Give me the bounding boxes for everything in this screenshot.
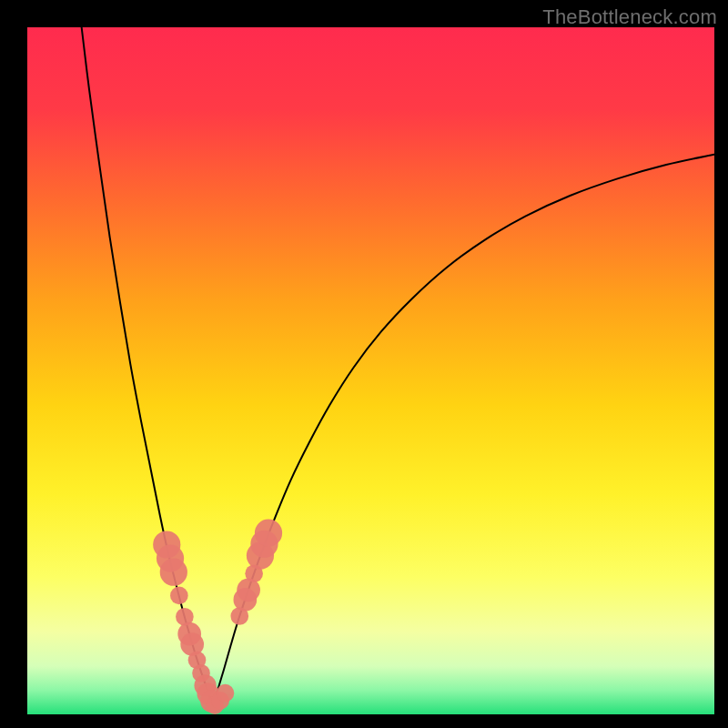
plot-svg	[27, 27, 714, 714]
marker-dot	[255, 520, 282, 547]
marker-dot	[170, 587, 188, 605]
watermark-label: TheBottleneck.com	[542, 5, 717, 29]
gradient-background	[27, 27, 714, 714]
marker-dot	[160, 559, 187, 586]
image-frame: TheBottleneck.com	[0, 0, 728, 728]
marker-dot	[217, 684, 235, 703]
plot-area	[27, 27, 714, 714]
